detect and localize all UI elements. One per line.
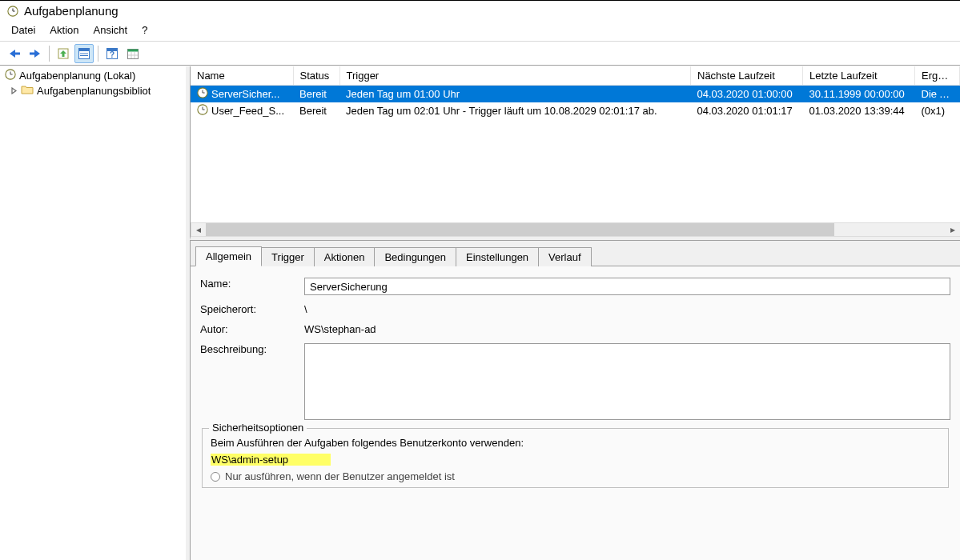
toolbar-separator	[49, 46, 50, 62]
description-field[interactable]	[304, 343, 950, 420]
menu-help[interactable]: ?	[142, 24, 147, 36]
col-result[interactable]: Ergebn	[915, 66, 960, 86]
tab-aktionen[interactable]: Aktionen	[314, 247, 376, 266]
tree-child-label: Aufgabenplanungsbibliot	[37, 85, 151, 97]
label-name: Name:	[200, 278, 304, 290]
menubar: Datei Aktion Ansicht ?	[0, 22, 960, 42]
radio-icon	[211, 472, 220, 482]
main-split: Aufgabenplanung (Lokal) Aufgabenplanungs…	[0, 66, 960, 560]
author-value: WS\stephan-ad	[304, 323, 950, 335]
tab-einstellungen[interactable]: Einstellungen	[456, 247, 539, 266]
scroll-track[interactable]	[206, 223, 946, 236]
tab-trigger[interactable]: Trigger	[261, 247, 315, 266]
tree-child-node[interactable]: Aufgabenplanungsbibliot	[0, 83, 186, 98]
cell-trigger: Jeden Tag um 01:00 Uhr	[339, 86, 691, 103]
menu-datei[interactable]: Datei	[11, 24, 35, 36]
calendar-button[interactable]	[123, 44, 143, 63]
cell-last: 30.11.1999 00:00:00	[803, 86, 915, 103]
menu-aktion[interactable]: Aktion	[50, 24, 78, 36]
cell-name: ServerSicher...	[211, 88, 279, 100]
security-group-title: Sicherheitsoptionen	[209, 422, 307, 434]
content-pane: Name Status Trigger Nächste Laufzeit Let…	[190, 66, 960, 560]
cell-status: Bereit	[293, 86, 339, 103]
tab-verlauf[interactable]: Verlauf	[538, 247, 591, 266]
cell-next: 04.03.2020 01:00:00	[691, 86, 803, 103]
menu-ansicht[interactable]: Ansicht	[94, 24, 128, 36]
security-groupbox: Sicherheitsoptionen Beim Ausführen der A…	[202, 428, 949, 488]
scroll-right-icon[interactable]: ▸	[946, 223, 960, 236]
col-trigger[interactable]: Trigger	[339, 66, 691, 86]
cell-next: 04.03.2020 01:01:17	[691, 102, 803, 119]
back-button[interactable]	[5, 44, 24, 63]
cell-last: 01.03.2020 13:39:44	[803, 102, 915, 119]
app-title: Aufgabenplanung	[24, 4, 118, 18]
location-value: \	[304, 303, 950, 315]
table-row[interactable]: ServerSicher... Bereit Jeden Tag um 01:0…	[191, 86, 960, 103]
cell-status: Bereit	[293, 102, 339, 119]
toolbar-separator	[98, 46, 98, 62]
tree-root-label: Aufgabenplanung (Lokal)	[19, 70, 135, 82]
label-description: Beschreibung:	[200, 343, 304, 355]
up-button[interactable]	[54, 44, 73, 63]
col-status[interactable]: Status	[293, 66, 339, 86]
radio-logged-in-only[interactable]: Nur ausführen, wenn der Benutzer angemel…	[211, 470, 940, 482]
details-pane: Allgemein Trigger Aktionen Bedingungen E…	[190, 240, 960, 560]
table-header-row: Name Status Trigger Nächste Laufzeit Let…	[191, 66, 960, 86]
clock-icon	[5, 69, 16, 82]
label-author: Autor:	[200, 323, 304, 335]
properties-button[interactable]	[74, 44, 94, 63]
clock-icon	[197, 87, 208, 101]
name-field[interactable]	[304, 278, 950, 295]
svg-rect-3	[14, 52, 20, 54]
tab-body: Name: Speicherort: \ Autor: WS\stephan-a…	[191, 266, 960, 560]
forward-button[interactable]	[26, 44, 45, 63]
col-last[interactable]: Letzte Laufzeit	[803, 66, 915, 86]
svg-text:?: ?	[110, 50, 114, 59]
task-list: Name Status Trigger Nächste Laufzeit Let…	[190, 66, 960, 240]
radio-label: Nur ausführen, wenn der Benutzer angemel…	[225, 470, 455, 482]
app-icon	[6, 5, 19, 18]
task-table[interactable]: Name Status Trigger Nächste Laufzeit Let…	[191, 66, 960, 222]
svg-rect-7	[79, 48, 90, 51]
horizontal-scrollbar[interactable]: ◂ ▸	[191, 222, 960, 237]
chevron-right-icon[interactable]	[10, 87, 18, 95]
cell-result: Die Auf	[915, 86, 960, 103]
col-next[interactable]: Nächste Laufzeit	[691, 66, 803, 86]
svg-rect-14	[128, 49, 139, 51]
table-row[interactable]: User_Feed_S... Bereit Jeden Tag um 02:01…	[191, 102, 960, 119]
help-button[interactable]: ?	[102, 44, 122, 63]
col-name[interactable]: Name	[191, 66, 293, 86]
tree-pane[interactable]: Aufgabenplanung (Lokal) Aufgabenplanungs…	[0, 66, 190, 560]
security-account-value: WS\admin-setup	[211, 454, 331, 466]
tree-root-node[interactable]: Aufgabenplanung (Lokal)	[0, 68, 186, 83]
clock-icon	[197, 104, 208, 118]
security-account-prompt: Beim Ausführen der Aufgaben folgendes Be…	[211, 437, 940, 449]
tab-allgemein[interactable]: Allgemein	[195, 246, 262, 266]
cell-trigger: Jeden Tag um 02:01 Uhr - Trigger läuft u…	[339, 102, 691, 119]
titlebar: Aufgabenplanung	[0, 1, 960, 22]
tab-bedingungen[interactable]: Bedingungen	[374, 247, 456, 266]
svg-rect-4	[30, 52, 35, 54]
scroll-left-icon[interactable]: ◂	[191, 223, 206, 236]
app-window: Aufgabenplanung Datei Aktion Ansicht ? ?	[0, 0, 960, 560]
scroll-thumb[interactable]	[206, 223, 834, 236]
cell-name: User_Feed_S...	[211, 105, 284, 117]
folder-icon	[21, 84, 34, 98]
cell-result: (0x1)	[915, 102, 960, 119]
label-location: Speicherort:	[200, 303, 304, 315]
tab-strip: Allgemein Trigger Aktionen Bedingungen E…	[191, 246, 960, 266]
toolbar: ?	[0, 42, 960, 66]
